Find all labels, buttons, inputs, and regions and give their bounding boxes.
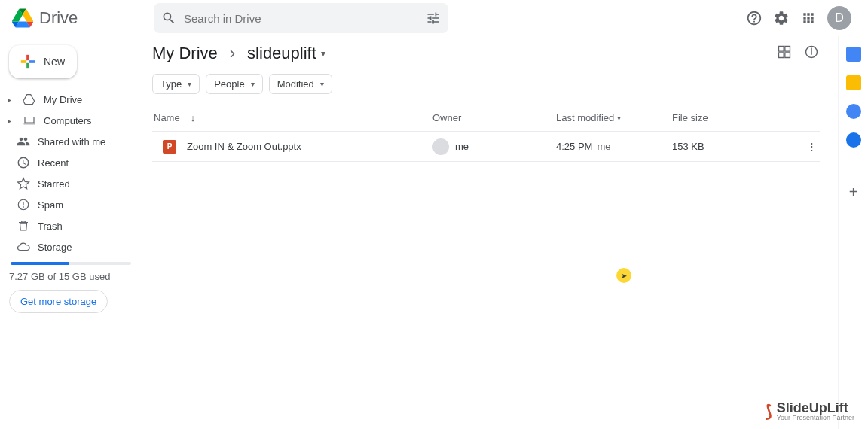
tune-icon[interactable]: [426, 11, 441, 26]
sidebar-item-trash[interactable]: Trash: [6, 215, 136, 236]
plus-icon: [20, 53, 36, 70]
sidebar-item-my-drive[interactable]: ▸My Drive: [6, 89, 136, 110]
filter-type[interactable]: Type▾: [152, 74, 200, 94]
owner-avatar-icon: [432, 138, 449, 155]
chevron-right-icon: ›: [230, 44, 235, 63]
brand-tag: Your Presentation Partner: [777, 415, 854, 421]
sort-arrow-icon[interactable]: ↓: [191, 112, 196, 123]
tasks-icon[interactable]: [846, 104, 861, 119]
modified-by: me: [597, 141, 610, 152]
sidebar-item-label: Trash: [38, 221, 63, 232]
add-panel-icon[interactable]: +: [849, 184, 858, 201]
more-actions-icon[interactable]: ⋮: [807, 141, 817, 152]
breadcrumb-current[interactable]: slideuplift▾: [247, 44, 326, 63]
sidebar-item-label: Starred: [38, 178, 70, 190]
col-name[interactable]: Name: [154, 112, 180, 123]
help-icon[interactable]: [746, 10, 763, 26]
sidebar-item-computers[interactable]: ▸Computers: [6, 110, 136, 131]
table-row[interactable]: P Zoom IN & Zoom Out.pptx me 4:25 PM me …: [152, 132, 820, 162]
col-modified[interactable]: Last modified: [556, 112, 614, 123]
brand-name: SlideUpLift: [777, 401, 854, 415]
sidebar: New ▸My Drive ▸Computers Shared with me …: [0, 36, 142, 429]
account-avatar[interactable]: D: [827, 6, 851, 30]
main-area: My Drive › slideuplift▾ Type▾ People▾ Mo…: [142, 36, 838, 429]
sidebar-item-label: Storage: [38, 242, 72, 253]
star-icon: [17, 177, 30, 190]
owner-label: me: [455, 141, 469, 152]
grid-view-icon[interactable]: [776, 44, 793, 60]
filter-modified[interactable]: Modified▾: [269, 74, 332, 94]
info-icon[interactable]: [803, 44, 820, 60]
app-name: Drive: [39, 8, 78, 28]
sidebar-item-recent[interactable]: Recent: [6, 152, 136, 173]
col-owner[interactable]: Owner: [432, 112, 556, 123]
chevron-down-icon: ▾: [251, 80, 255, 88]
caret-icon: ▸: [8, 96, 15, 104]
chevron-down-icon: ▾: [320, 80, 324, 88]
file-name: Zoom IN & Zoom Out.pptx: [187, 141, 301, 152]
sidebar-item-spam[interactable]: Spam: [6, 194, 136, 215]
get-more-storage-button[interactable]: Get more storage: [9, 290, 108, 313]
spam-icon: [17, 198, 30, 211]
new-button-label: New: [44, 56, 65, 68]
brand-logo-icon: ⟆: [766, 402, 772, 421]
sidebar-item-label: Shared with me: [38, 136, 105, 148]
calendar-icon[interactable]: [846, 47, 861, 62]
powerpoint-icon: P: [163, 140, 176, 154]
chevron-down-icon: ▾: [188, 80, 191, 88]
chevron-down-icon: ▾: [617, 114, 621, 122]
settings-icon[interactable]: [773, 10, 790, 26]
recent-icon: [17, 156, 30, 169]
sidebar-item-label: Spam: [38, 199, 63, 211]
shared-icon: [17, 135, 30, 148]
caret-icon: ▸: [8, 117, 15, 125]
computers-icon: [23, 114, 36, 127]
header: Drive D: [0, 0, 868, 36]
sidebar-item-label: Computers: [44, 115, 92, 126]
modified-time: 4:25 PM: [556, 141, 592, 152]
contacts-icon[interactable]: [846, 132, 861, 148]
sidebar-item-shared[interactable]: Shared with me: [6, 131, 136, 152]
sidebar-item-starred[interactable]: Starred: [6, 173, 136, 194]
filter-people[interactable]: People▾: [206, 74, 262, 94]
drive-icon: [23, 93, 36, 106]
new-button[interactable]: New: [9, 45, 77, 78]
search-input[interactable]: [184, 12, 418, 25]
col-size[interactable]: File size: [672, 112, 793, 123]
sidebar-item-label: Recent: [38, 157, 69, 169]
storage-bar: [11, 262, 131, 265]
sidebar-item-storage[interactable]: Storage: [6, 236, 136, 257]
breadcrumb: My Drive › slideuplift▾: [152, 44, 820, 63]
storage-text: 7.27 GB of 15 GB used: [9, 271, 136, 282]
breadcrumb-root[interactable]: My Drive: [152, 44, 218, 63]
file-size: 153 KB: [672, 141, 793, 152]
cursor-highlight: ➤: [616, 268, 631, 283]
chevron-down-icon: ▾: [321, 48, 326, 59]
side-panel: +: [838, 36, 868, 429]
apps-icon[interactable]: [800, 10, 817, 26]
filter-chips: Type▾ People▾ Modified▾: [152, 74, 820, 94]
app-logo-wrap[interactable]: Drive: [12, 8, 140, 29]
drive-logo-icon: [12, 8, 33, 29]
trash-icon: [17, 219, 30, 233]
search-bar[interactable]: [154, 3, 448, 33]
sidebar-item-label: My Drive: [44, 94, 82, 105]
table-header: Name↓ Owner Last modified▾ File size: [152, 105, 820, 132]
header-icons: D: [746, 6, 851, 30]
cloud-icon: [17, 240, 30, 254]
search-icon: [161, 11, 176, 26]
keep-icon[interactable]: [846, 75, 861, 90]
brand-watermark: ⟆ SlideUpLift Your Presentation Partner: [766, 401, 854, 421]
